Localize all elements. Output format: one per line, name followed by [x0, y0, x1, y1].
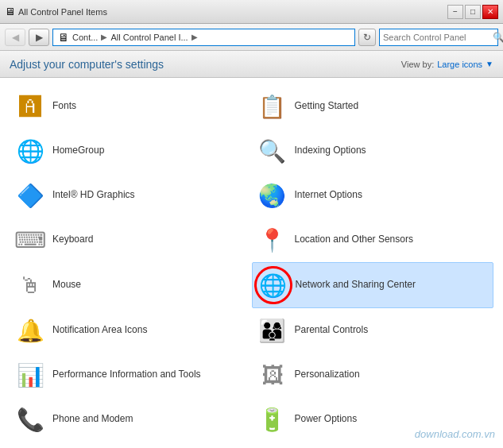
item-label-location-other-sensors: Location and Other Sensors	[295, 234, 413, 246]
refresh-button[interactable]: ↻	[358, 29, 376, 46]
item-label-keyboard: Keyboard	[52, 234, 93, 246]
item-label-personalization: Personalization	[295, 369, 360, 381]
breadcrumb-part2: All Control Panel I...	[110, 33, 188, 42]
control-item-personalization[interactable]: 🖼 Personalization	[252, 353, 494, 397]
title-bar: 🖥 All Control Panel Items − □ ✕	[0, 0, 503, 24]
control-item-location-other-sensors[interactable]: 📍 Location and Other Sensors	[252, 218, 494, 262]
item-label-fonts: Fonts	[52, 100, 76, 113]
toolbar: Adjust your computer's settings View by:…	[0, 51, 503, 78]
network-wrapper: 🌐	[257, 269, 289, 301]
item-label-mouse: Mouse	[52, 279, 81, 292]
item-label-parental-controls: Parental Controls	[295, 324, 369, 337]
view-by-arrow[interactable]: ▼	[486, 60, 493, 68]
breadcrumb-arrow1: ▶	[101, 33, 107, 41]
item-icon-phone-modem: 📞	[14, 404, 46, 435]
item-icon-notification-area-icons: 🔔	[14, 315, 46, 346]
item-icon-intel-hd-graphics: 🔷	[14, 180, 46, 211]
control-item-mouse[interactable]: 🖱 Mouse	[10, 262, 252, 308]
item-label-intel-hd-graphics: Intel® HD Graphics	[52, 189, 135, 202]
control-item-getting-started[interactable]: 📋 Getting Started	[252, 84, 494, 129]
item-icon-internet-options: 🌏	[257, 180, 288, 211]
back-button[interactable]: ◀	[5, 29, 25, 46]
item-icon-personalization: 🖼	[257, 359, 288, 391]
title-bar-title: All Control Panel Items	[18, 7, 107, 17]
title-bar-controls: − □ ✕	[447, 5, 498, 19]
item-label-power-options: Power Options	[295, 413, 358, 426]
item-icon-indexing-options: 🔍	[257, 135, 288, 167]
item-icon-keyboard: ⌨	[14, 224, 46, 256]
item-label-phone-modem: Phone and Modem	[52, 413, 133, 426]
control-item-recovery[interactable]: 💾 Recovery	[252, 442, 494, 448]
item-icon-performance-info: 📊	[14, 359, 46, 391]
control-item-power-options[interactable]: 🔋 Power Options	[252, 397, 494, 442]
control-item-parental-controls[interactable]: 👨‍👩‍👦 Parental Controls	[252, 308, 494, 353]
item-icon-getting-started: 📋	[257, 91, 288, 122]
item-label-performance-info: Performance Information and Tools	[52, 369, 201, 381]
content-wrapper: Adjust your computer's settings View by:…	[0, 51, 503, 448]
breadcrumb-box[interactable]: 🖥 Cont... ▶ All Control Panel I... ▶	[52, 29, 355, 46]
close-button[interactable]: ✕	[482, 5, 498, 19]
control-item-intel-hd-graphics[interactable]: 🔷 Intel® HD Graphics	[10, 173, 252, 218]
forward-button[interactable]: ▶	[29, 29, 49, 46]
control-item-performance-info[interactable]: 📊 Performance Information and Tools	[10, 353, 252, 397]
item-icon-homegroup: 🌐	[14, 135, 46, 167]
control-item-keyboard[interactable]: ⌨ Keyboard	[10, 218, 252, 262]
view-by-value[interactable]: Large icons	[437, 60, 482, 69]
control-item-fonts[interactable]: 🅰 Fonts	[10, 84, 252, 129]
control-item-notification-area-icons[interactable]: 🔔 Notification Area Icons	[10, 308, 252, 353]
search-input[interactable]	[383, 33, 493, 42]
item-icon-network-sharing-center: 🌐	[257, 269, 289, 301]
items-grid: 🅰 Fonts 📋 Getting Started 🌐 HomeGroup 🔍 …	[10, 84, 493, 448]
control-item-programs-features[interactable]: 📦 Programs and Features	[10, 442, 252, 448]
maximize-button[interactable]: □	[465, 5, 481, 19]
control-item-network-sharing-center[interactable]: 🌐 Network and Sharing Center	[252, 262, 494, 308]
item-icon-location-other-sensors: 📍	[257, 224, 288, 256]
item-label-notification-area-icons: Notification Area Icons	[52, 324, 147, 337]
item-icon-mouse: 🖱	[14, 269, 46, 301]
view-by-control: View by: Large icons ▼	[401, 60, 493, 69]
view-by-label: View by:	[401, 60, 434, 69]
item-icon-fonts: 🅰	[14, 91, 46, 122]
item-label-homegroup: HomeGroup	[52, 145, 104, 157]
item-label-network-sharing-center: Network and Sharing Center	[296, 279, 416, 292]
search-icon[interactable]: 🔍	[493, 32, 503, 43]
address-bar: ◀ ▶ 🖥 Cont... ▶ All Control Panel I... ▶…	[0, 24, 503, 51]
breadcrumb-part1: Cont...	[72, 33, 98, 42]
item-label-indexing-options: Indexing Options	[295, 145, 366, 157]
title-bar-left: 🖥 All Control Panel Items	[5, 6, 107, 17]
toolbar-title: Adjust your computer's settings	[10, 58, 164, 71]
item-label-internet-options: Internet Options	[295, 189, 362, 202]
search-box[interactable]: 🔍	[379, 29, 498, 46]
items-area: 🅰 Fonts 📋 Getting Started 🌐 HomeGroup 🔍 …	[0, 78, 503, 448]
item-icon-power-options: 🔋	[257, 404, 288, 435]
control-item-phone-modem[interactable]: 📞 Phone and Modem	[10, 397, 252, 442]
minimize-button[interactable]: −	[447, 5, 463, 19]
breadcrumb-arrow2: ▶	[192, 33, 198, 41]
control-item-internet-options[interactable]: 🌏 Internet Options	[252, 173, 494, 218]
item-label-getting-started: Getting Started	[295, 100, 359, 113]
control-item-homegroup[interactable]: 🌐 HomeGroup	[10, 129, 252, 173]
item-icon-parental-controls: 👨‍👩‍👦	[257, 315, 288, 346]
control-item-indexing-options[interactable]: 🔍 Indexing Options	[252, 129, 494, 173]
